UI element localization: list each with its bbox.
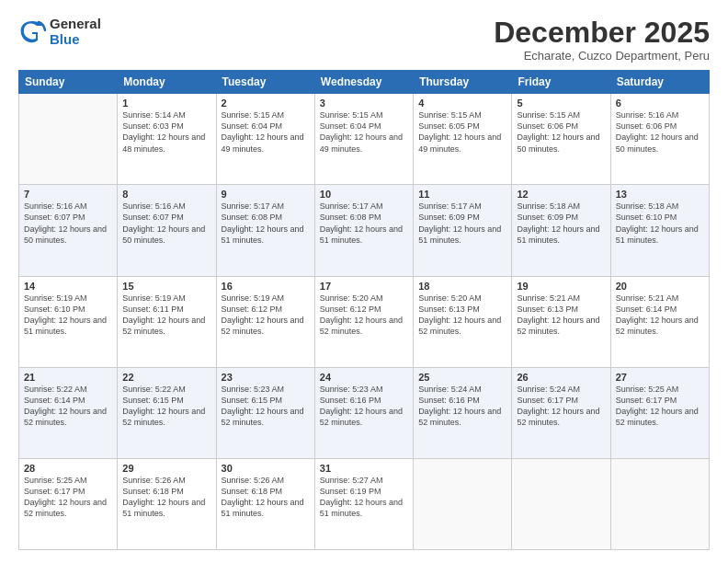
col-sunday: Sunday [19,71,118,94]
col-thursday: Thursday [414,71,512,94]
logo-text: General Blue [50,17,101,47]
day-number: 27 [616,372,704,383]
calendar-week-1: 1Sunrise: 5:14 AMSunset: 6:03 PMDaylight… [19,94,710,185]
calendar-cell: 25Sunrise: 5:24 AMSunset: 6:16 PMDayligh… [414,367,512,458]
day-info: Sunrise: 5:25 AMSunset: 6:17 PMDaylight:… [616,384,704,429]
calendar-cell: 5Sunrise: 5:15 AMSunset: 6:06 PMDaylight… [512,94,610,185]
day-number: 6 [616,98,704,109]
day-number: 9 [222,189,310,200]
calendar-cell: 11Sunrise: 5:17 AMSunset: 6:09 PMDayligh… [414,185,512,276]
day-info: Sunrise: 5:15 AMSunset: 6:04 PMDaylight:… [320,109,408,155]
calendar-cell: 16Sunrise: 5:19 AMSunset: 6:12 PMDayligh… [216,276,314,367]
day-info: Sunrise: 5:17 AMSunset: 6:09 PMDaylight:… [418,201,506,246]
calendar-cell: 2Sunrise: 5:15 AMSunset: 6:04 PMDaylight… [216,94,314,185]
calendar-cell: 3Sunrise: 5:15 AMSunset: 6:04 PMDaylight… [314,94,413,185]
day-number: 12 [517,189,605,200]
calendar-week-3: 14Sunrise: 5:19 AMSunset: 6:10 PMDayligh… [19,276,710,367]
day-info: Sunrise: 5:24 AMSunset: 6:16 PMDaylight:… [418,384,506,429]
day-number: 31 [320,463,408,474]
calendar-cell [610,458,709,549]
day-number: 15 [122,281,210,292]
col-tuesday: Tuesday [216,71,314,94]
day-number: 20 [616,281,704,292]
day-number: 29 [122,463,210,474]
day-number: 16 [222,281,310,292]
page: General Blue December 2025 Echarate, Cuz… [0,0,728,563]
day-info: Sunrise: 5:26 AMSunset: 6:18 PMDaylight:… [122,475,210,520]
calendar-cell: 23Sunrise: 5:23 AMSunset: 6:15 PMDayligh… [216,367,314,458]
calendar-cell: 26Sunrise: 5:24 AMSunset: 6:17 PMDayligh… [512,367,610,458]
logo-general: General [50,17,101,32]
logo-blue: Blue [50,32,101,48]
day-number: 19 [517,281,605,292]
calendar-cell: 31Sunrise: 5:27 AMSunset: 6:19 PMDayligh… [314,458,413,549]
header: General Blue December 2025 Echarate, Cuz… [18,17,710,63]
day-number: 26 [517,372,605,383]
location-subtitle: Echarate, Cuzco Department, Peru [494,49,710,63]
day-number: 4 [418,98,506,109]
calendar-cell: 21Sunrise: 5:22 AMSunset: 6:14 PMDayligh… [19,367,118,458]
day-number: 25 [418,372,506,383]
calendar-cell: 29Sunrise: 5:26 AMSunset: 6:18 PMDayligh… [118,458,216,549]
day-info: Sunrise: 5:17 AMSunset: 6:08 PMDaylight:… [320,201,408,246]
day-number: 10 [320,189,408,200]
title-block: December 2025 Echarate, Cuzco Department… [494,17,710,63]
day-info: Sunrise: 5:21 AMSunset: 6:13 PMDaylight:… [517,293,605,338]
calendar-week-2: 7Sunrise: 5:16 AMSunset: 6:07 PMDaylight… [19,185,710,276]
header-row: Sunday Monday Tuesday Wednesday Thursday… [19,71,710,94]
day-number: 7 [24,189,112,200]
day-info: Sunrise: 5:14 AMSunset: 6:03 PMDaylight:… [122,109,210,155]
calendar-cell: 7Sunrise: 5:16 AMSunset: 6:07 PMDaylight… [19,185,118,276]
day-info: Sunrise: 5:24 AMSunset: 6:17 PMDaylight:… [517,384,605,429]
logo: General Blue [18,17,101,47]
calendar-cell: 9Sunrise: 5:17 AMSunset: 6:08 PMDaylight… [216,185,314,276]
day-info: Sunrise: 5:23 AMSunset: 6:16 PMDaylight:… [320,384,408,429]
day-number: 5 [517,98,605,109]
calendar-cell: 6Sunrise: 5:16 AMSunset: 6:06 PMDaylight… [610,94,709,185]
day-number: 11 [418,189,506,200]
calendar-cell: 30Sunrise: 5:26 AMSunset: 6:18 PMDayligh… [216,458,314,549]
day-info: Sunrise: 5:19 AMSunset: 6:10 PMDaylight:… [24,293,112,338]
col-saturday: Saturday [610,71,709,94]
calendar-cell: 18Sunrise: 5:20 AMSunset: 6:13 PMDayligh… [414,276,512,367]
calendar-cell: 24Sunrise: 5:23 AMSunset: 6:16 PMDayligh… [314,367,413,458]
col-monday: Monday [118,71,216,94]
day-info: Sunrise: 5:17 AMSunset: 6:08 PMDaylight:… [222,201,310,246]
day-number: 18 [418,281,506,292]
day-info: Sunrise: 5:26 AMSunset: 6:18 PMDaylight:… [222,475,310,520]
calendar-week-4: 21Sunrise: 5:22 AMSunset: 6:14 PMDayligh… [19,367,710,458]
day-info: Sunrise: 5:15 AMSunset: 6:04 PMDaylight:… [222,109,310,155]
day-info: Sunrise: 5:19 AMSunset: 6:11 PMDaylight:… [122,293,210,338]
calendar-cell: 19Sunrise: 5:21 AMSunset: 6:13 PMDayligh… [512,276,610,367]
day-info: Sunrise: 5:20 AMSunset: 6:12 PMDaylight:… [320,293,408,338]
calendar-cell [19,94,118,185]
calendar-cell: 28Sunrise: 5:25 AMSunset: 6:17 PMDayligh… [19,458,118,549]
month-title: December 2025 [494,17,710,49]
day-number: 1 [122,98,210,109]
day-info: Sunrise: 5:22 AMSunset: 6:14 PMDaylight:… [24,384,112,429]
day-info: Sunrise: 5:22 AMSunset: 6:15 PMDaylight:… [122,384,210,429]
calendar-cell: 10Sunrise: 5:17 AMSunset: 6:08 PMDayligh… [314,185,413,276]
day-number: 21 [24,372,112,383]
calendar-cell [512,458,610,549]
day-info: Sunrise: 5:23 AMSunset: 6:15 PMDaylight:… [222,384,310,429]
day-number: 13 [616,189,704,200]
col-friday: Friday [512,71,610,94]
calendar-cell: 13Sunrise: 5:18 AMSunset: 6:10 PMDayligh… [610,185,709,276]
day-info: Sunrise: 5:18 AMSunset: 6:09 PMDaylight:… [517,201,605,246]
day-number: 23 [222,372,310,383]
day-info: Sunrise: 5:15 AMSunset: 6:05 PMDaylight:… [418,109,506,155]
day-info: Sunrise: 5:18 AMSunset: 6:10 PMDaylight:… [616,201,704,246]
calendar-cell: 22Sunrise: 5:22 AMSunset: 6:15 PMDayligh… [118,367,216,458]
calendar-table: Sunday Monday Tuesday Wednesday Thursday… [18,70,710,550]
day-number: 14 [24,281,112,292]
calendar-cell: 12Sunrise: 5:18 AMSunset: 6:09 PMDayligh… [512,185,610,276]
calendar-cell: 8Sunrise: 5:16 AMSunset: 6:07 PMDaylight… [118,185,216,276]
day-number: 2 [222,98,310,109]
day-info: Sunrise: 5:25 AMSunset: 6:17 PMDaylight:… [24,475,112,520]
day-info: Sunrise: 5:19 AMSunset: 6:12 PMDaylight:… [222,293,310,338]
calendar-cell [414,458,512,549]
day-number: 3 [320,98,408,109]
calendar-week-5: 28Sunrise: 5:25 AMSunset: 6:17 PMDayligh… [19,458,710,549]
calendar-cell: 15Sunrise: 5:19 AMSunset: 6:11 PMDayligh… [118,276,216,367]
